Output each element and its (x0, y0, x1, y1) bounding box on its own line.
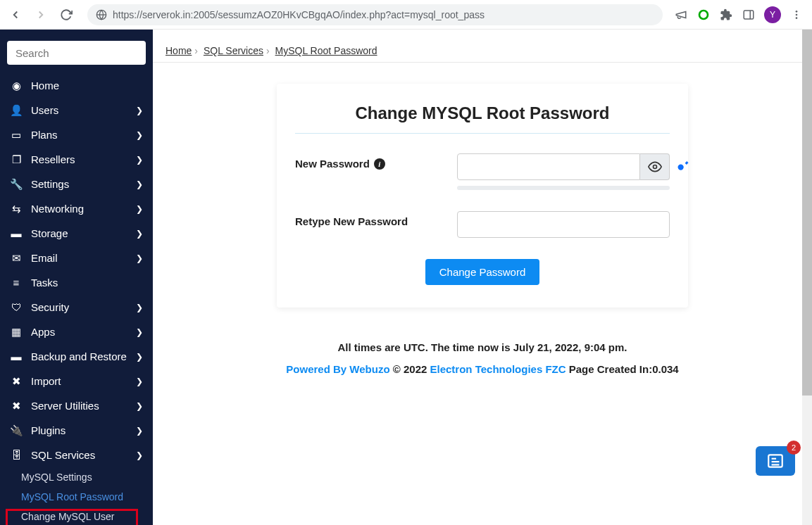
news-float-button[interactable]: 2 (756, 446, 795, 476)
chevron-right-icon: ❯ (136, 303, 143, 312)
chevron-right-icon: ❯ (136, 229, 143, 239)
svg-point-7 (796, 17, 798, 19)
tools-icon: ✖ (10, 400, 23, 412)
retype-password-label: Retype New Password (295, 211, 457, 227)
svg-rect-3 (744, 11, 754, 19)
news-icon (766, 452, 785, 470)
nav-tasks[interactable]: ≡Tasks (0, 270, 153, 295)
list-icon: ≡ (10, 277, 23, 289)
nav-list: ◉Home 👤Users❯ ▭Plans❯ ❐Resellers❯ 🔧Setti… (0, 73, 153, 525)
password-strength-bar (457, 186, 670, 190)
powered-by-link[interactable]: Powered By Webuzo (286, 363, 389, 375)
announce-icon[interactable] (674, 8, 688, 22)
drive-icon: ▬ (10, 227, 23, 239)
chevron-right-icon: ❯ (136, 401, 143, 411)
toggle-visibility-button[interactable] (640, 153, 670, 180)
chevron-right-icon: ❯ (136, 352, 143, 362)
svg-point-6 (796, 13, 798, 15)
nav-plans[interactable]: ▭Plans❯ (0, 122, 153, 147)
nav-users[interactable]: 👤Users❯ (0, 98, 153, 122)
nav-sql[interactable]: 🗄SQL Services❯ (0, 443, 153, 467)
breadcrumb-sql[interactable]: SQL Services (204, 45, 263, 56)
chevron-right-icon: ❯ (136, 450, 143, 460)
card-icon: ▭ (10, 129, 23, 141)
profile-avatar[interactable]: Y (764, 6, 781, 23)
reload-button[interactable] (56, 5, 76, 25)
nav-utilities[interactable]: ✖Server Utilities❯ (0, 393, 153, 418)
sidebar: ◉Home 👤Users❯ ▭Plans❯ ❐Resellers❯ 🔧Setti… (0, 30, 153, 525)
change-password-button[interactable]: Change Password (425, 259, 540, 285)
scrollbar[interactable] (802, 30, 812, 525)
retype-password-input[interactable] (457, 211, 670, 238)
new-password-input[interactable] (457, 153, 640, 180)
chevron-right-icon: ❯ (136, 130, 143, 140)
nav-plugins[interactable]: 🔌Plugins❯ (0, 418, 153, 443)
tools-icon: ✖ (10, 375, 23, 388)
info-icon[interactable]: i (374, 158, 385, 170)
nav-email[interactable]: ✉Email❯ (0, 246, 153, 270)
dashboard-icon: ◉ (10, 80, 23, 92)
chevron-right-icon: ❯ (136, 106, 143, 115)
breadcrumb-home[interactable]: Home (165, 45, 192, 56)
nav-networking[interactable]: ⇆Networking❯ (0, 196, 153, 221)
breadcrumb-current[interactable]: MySQL Root Password (275, 45, 377, 56)
database-icon: 🗄 (10, 449, 23, 461)
sidebar-search (7, 41, 146, 65)
main-content: Home› SQL Services› MySQL Root Password … (153, 30, 812, 525)
svg-point-8 (653, 165, 656, 169)
breadcrumb: Home› SQL Services› MySQL Root Password (153, 37, 812, 63)
user-icon: 👤 (10, 104, 23, 117)
card-title: Change MYSQL Root Password (295, 103, 670, 123)
divider (295, 133, 670, 134)
globe-icon (96, 9, 107, 20)
chevron-right-icon: ❯ (136, 377, 143, 386)
nav-security[interactable]: 🛡Security❯ (0, 295, 153, 320)
sub-mysql-root-password[interactable]: MySQL Root Password (0, 487, 153, 507)
menu-icon[interactable] (789, 8, 804, 22)
new-password-label: New Password i (295, 153, 457, 170)
shield-icon: 🛡 (10, 301, 23, 313)
url-text: https://serverok.in:2005/sessumzAOZ0HKvC… (113, 9, 654, 20)
nav-backup[interactable]: ▬Backup and Restore❯ (0, 344, 153, 369)
chevron-right-icon: ❯ (136, 327, 143, 337)
network-icon: ⇆ (10, 203, 23, 215)
mail-icon: ✉ (10, 252, 23, 265)
scrollbar-thumb[interactable] (802, 30, 812, 396)
chevron-right-icon: ❯ (136, 253, 143, 263)
plug-icon: 🔌 (10, 424, 23, 437)
extension-icons: Y (674, 6, 806, 23)
chevron-right-icon: ❯ (136, 204, 143, 214)
chevron-right-icon: ❯ (136, 426, 143, 436)
forward-button[interactable] (31, 5, 51, 25)
grid-icon: ▦ (10, 326, 23, 339)
panel-icon[interactable] (742, 8, 756, 22)
sub-mysql-settings[interactable]: MySQL Settings (0, 467, 153, 487)
footer: All times are UTC. The time now is July … (286, 341, 678, 385)
nav-settings[interactable]: 🔧Settings❯ (0, 172, 153, 196)
chevron-right-icon: ❯ (136, 155, 143, 165)
nav-import[interactable]: ✖Import❯ (0, 369, 153, 393)
backup-icon: ▬ (10, 350, 23, 362)
chevron-right-icon: ❯ (136, 179, 143, 189)
sub-change-mysql-user[interactable]: Change MySQL User (0, 507, 153, 525)
extensions-icon[interactable] (719, 8, 733, 22)
circle-ext-icon[interactable] (697, 8, 711, 22)
nav-storage[interactable]: ▬Storage❯ (0, 221, 153, 246)
browser-toolbar: https://serverok.in:2005/sessumzAOZ0HKvC… (0, 0, 812, 30)
eye-icon (648, 160, 662, 174)
address-bar[interactable]: https://serverok.in:2005/sessumzAOZ0HKvC… (87, 4, 663, 25)
wrench-icon: 🔧 (10, 178, 23, 191)
svg-point-5 (796, 11, 798, 13)
time-text: All times are UTC. The time now is July … (286, 341, 678, 353)
notification-badge: 2 (787, 441, 801, 455)
nav-apps[interactable]: ▦Apps❯ (0, 320, 153, 344)
generate-key-icon[interactable] (677, 159, 689, 175)
search-input[interactable] (7, 41, 146, 65)
back-button[interactable] (6, 5, 25, 25)
nav-resellers[interactable]: ❐Resellers❯ (0, 147, 153, 172)
stack-icon: ❐ (10, 153, 23, 166)
company-link[interactable]: Electron Technologies FZC (430, 363, 566, 375)
nav-home[interactable]: ◉Home (0, 73, 153, 98)
password-card: Change MYSQL Root Password New Password … (277, 84, 688, 308)
svg-point-2 (699, 11, 708, 19)
